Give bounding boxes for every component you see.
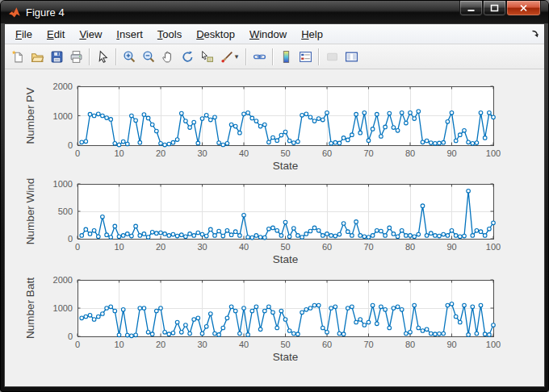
title-bar[interactable]: Figure 4: [1, 1, 548, 23]
x-tick-label: 30: [197, 148, 207, 158]
data-marker: [430, 332, 434, 336]
data-marker: [371, 303, 375, 307]
data-marker: [146, 331, 150, 335]
new-figure-button[interactable]: [8, 47, 27, 66]
x-axis-label: State: [273, 253, 299, 265]
window-controls: [459, 1, 541, 16]
x-tick-label: 40: [239, 242, 249, 252]
brush-button[interactable]: ▾: [216, 47, 242, 66]
x-tick-label: 70: [363, 242, 373, 252]
y-tick-label: 500: [58, 206, 73, 216]
rotate-3d-button[interactable]: [178, 47, 197, 66]
data-marker: [337, 141, 342, 145]
data-marker: [342, 332, 346, 336]
edit-plot-cursor-button[interactable]: [93, 47, 112, 66]
y-tick-label: 1000: [53, 303, 73, 313]
menu-item-file[interactable]: File: [8, 26, 40, 43]
insert-colorbar-button[interactable]: [276, 47, 295, 66]
data-marker: [171, 332, 175, 336]
data-marker: [296, 234, 300, 238]
data-marker: [175, 320, 179, 324]
insert-legend-button[interactable]: [295, 47, 315, 66]
x-tick-label: 100: [486, 340, 501, 349]
menu-item-desktop[interactable]: Desktop: [189, 26, 242, 43]
data-marker: [475, 229, 479, 233]
data-marker: [121, 234, 125, 238]
data-marker: [117, 143, 121, 147]
open-file-button[interactable]: [27, 47, 47, 66]
data-marker: [130, 334, 134, 338]
data-marker: [180, 331, 184, 335]
x-tick-label: 50: [280, 148, 290, 158]
data-marker: [233, 230, 237, 234]
subplot-number-wind[interactable]: 010203040506070809010005001000StateNumbe…: [5, 177, 544, 274]
data-marker: [446, 120, 450, 124]
window-title: Figure 4: [26, 6, 65, 19]
data-marker: [296, 332, 300, 336]
data-marker: [238, 234, 242, 238]
data-marker: [475, 141, 479, 145]
show-plot-tools-button[interactable]: [342, 47, 361, 66]
data-marker: [396, 235, 400, 239]
data-marker: [329, 142, 333, 146]
data-marker: [304, 112, 308, 116]
data-marker: [404, 121, 409, 125]
print-figure-button[interactable]: [66, 47, 86, 66]
data-marker: [296, 140, 300, 144]
link-plots-button[interactable]: [249, 47, 269, 66]
data-marker: [192, 318, 196, 322]
menu-item-help[interactable]: Help: [294, 26, 330, 43]
data-marker: [167, 234, 171, 238]
data-marker: [258, 124, 262, 128]
data-marker: [467, 140, 471, 144]
data-marker: [180, 111, 184, 115]
dropdown-caret-icon[interactable]: ▾: [235, 52, 239, 60]
data-marker: [167, 142, 171, 146]
x-tick-label: 90: [446, 148, 456, 158]
data-marker: [109, 305, 113, 309]
data-marker: [379, 135, 383, 139]
data-marker: [300, 236, 304, 240]
menu-item-insert[interactable]: Insert: [109, 26, 150, 43]
data-marker: [371, 234, 375, 238]
data-marker: [196, 231, 200, 235]
data-marker: [225, 229, 229, 233]
dock-figure-arrow-icon[interactable]: [530, 29, 540, 39]
subplot-number-batt[interactable]: 0102030405060708090100010002000StateNumb…: [5, 273, 544, 370]
zoom-out-button[interactable]: [139, 47, 158, 66]
data-marker: [287, 139, 291, 143]
menu-item-edit[interactable]: Edit: [40, 26, 72, 43]
data-marker: [492, 323, 496, 327]
data-marker: [88, 232, 92, 236]
maximize-button[interactable]: [483, 1, 506, 16]
data-marker: [138, 307, 142, 311]
data-marker: [254, 234, 258, 238]
menu-item-window[interactable]: Window: [242, 26, 294, 43]
data-marker: [130, 234, 134, 238]
data-marker: [438, 141, 442, 145]
menu-item-view[interactable]: View: [72, 26, 109, 43]
minimize-button[interactable]: [459, 1, 483, 16]
data-cursor-button[interactable]: [197, 47, 216, 66]
data-marker: [138, 234, 142, 238]
data-marker: [413, 117, 417, 121]
data-marker: [88, 314, 92, 318]
print-figure-icon: [69, 50, 83, 64]
data-marker: [221, 234, 225, 238]
data-marker: [409, 234, 413, 238]
pan-button[interactable]: [158, 47, 178, 66]
menu-item-tools[interactable]: Tools: [150, 26, 189, 43]
data-marker: [84, 315, 88, 319]
save-figure-button[interactable]: [47, 47, 66, 66]
data-marker: [333, 305, 337, 309]
data-marker: [438, 234, 442, 238]
x-tick-label: 60: [322, 148, 332, 158]
data-marker: [417, 326, 421, 330]
zoom-in-button[interactable]: [119, 47, 139, 66]
data-marker: [417, 110, 421, 114]
data-marker: [271, 136, 275, 140]
subplot-number-pv[interactable]: 0102030405060708090100010002000StateNumb…: [5, 80, 544, 177]
data-marker: [267, 227, 271, 231]
data-marker: [279, 234, 283, 238]
close-button[interactable]: [506, 1, 541, 16]
